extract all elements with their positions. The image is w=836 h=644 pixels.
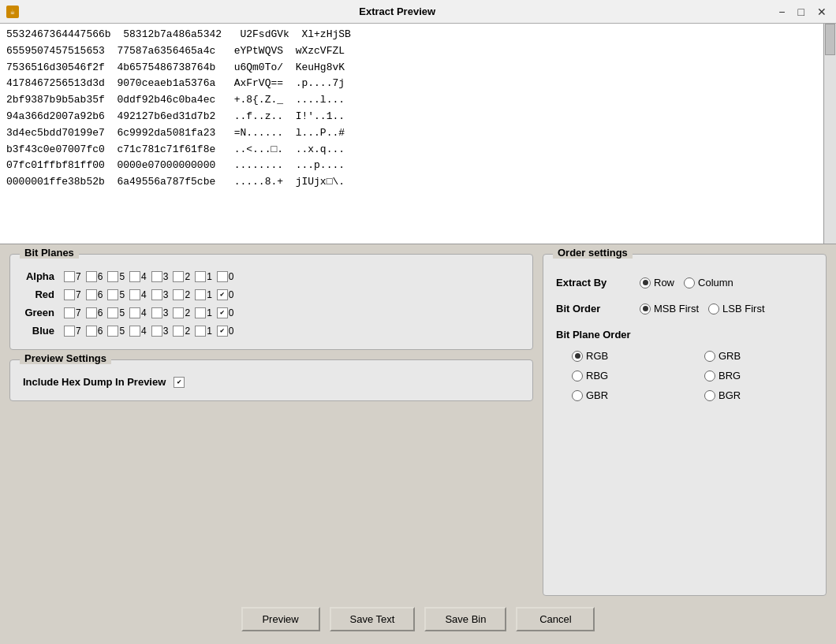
bit-checkbox-blue-5[interactable] bbox=[107, 326, 118, 337]
window-controls: − □ ✕ bbox=[775, 6, 830, 18]
bit-checkbox-green-6[interactable] bbox=[86, 307, 97, 318]
bit-checkbox-red-6[interactable] bbox=[86, 289, 97, 300]
bit-cell: 6 bbox=[86, 326, 103, 337]
bit-cell: 4 bbox=[129, 271, 147, 282]
radio-circle bbox=[572, 351, 583, 362]
bit-checkbox-alpha-0[interactable] bbox=[217, 271, 228, 282]
scrollbar-thumb[interactable] bbox=[825, 24, 835, 55]
bpo-option[interactable]: GBR bbox=[572, 389, 681, 401]
bit-checkbox-red-1[interactable] bbox=[195, 289, 206, 300]
bit-planes-group: Bit Planes Alpha76543210Red76543210Green… bbox=[9, 254, 533, 350]
bit-cell: 0 bbox=[217, 307, 234, 318]
radio-label: BGR bbox=[718, 389, 741, 401]
extract-by-group: RowColumn bbox=[640, 277, 733, 288]
preview-area: 5532467364447566b 58312b7a486a5342 U2Fsd… bbox=[0, 24, 836, 244]
bit-checkbox-blue-6[interactable] bbox=[86, 326, 97, 337]
bit-order-option[interactable]: LSB First bbox=[708, 303, 764, 315]
bit-checkbox-green-3[interactable] bbox=[151, 307, 162, 318]
bit-checkbox-alpha-1[interactable] bbox=[195, 271, 206, 282]
bit-checkbox-green-1[interactable] bbox=[195, 307, 206, 318]
hex-dump-label: Include Hex Dump In Preview bbox=[23, 376, 166, 388]
restore-button[interactable]: □ bbox=[795, 6, 808, 18]
bit-checkbox-red-7[interactable] bbox=[64, 289, 75, 300]
preview-button[interactable]: Preview bbox=[241, 607, 320, 631]
bit-cell: 5 bbox=[107, 307, 125, 318]
bpo-option[interactable]: BGR bbox=[704, 389, 813, 401]
title-bar: ☕ Extract Preview − □ ✕ bbox=[0, 0, 836, 24]
bit-label: 1 bbox=[207, 271, 212, 282]
bit-cell: 2 bbox=[173, 307, 190, 318]
bit-label: 3 bbox=[163, 289, 169, 300]
bit-cell: 0 bbox=[217, 326, 234, 337]
bit-checkbox-blue-0[interactable] bbox=[217, 326, 228, 337]
radio-label: LSB First bbox=[722, 303, 764, 315]
save-bin-button[interactable]: Save Bin bbox=[424, 607, 506, 631]
bit-row-label-green: Green bbox=[23, 307, 62, 318]
bit-checkbox-green-5[interactable] bbox=[107, 307, 118, 318]
bit-checkbox-alpha-3[interactable] bbox=[151, 271, 162, 282]
bit-label: 5 bbox=[119, 307, 125, 318]
bit-checkbox-red-4[interactable] bbox=[129, 289, 140, 300]
bit-checkbox-red-0[interactable] bbox=[217, 289, 228, 300]
bpo-option[interactable]: BRG bbox=[704, 370, 813, 382]
extract-by-option[interactable]: Column bbox=[684, 277, 733, 288]
bit-label: 5 bbox=[119, 326, 125, 337]
bit-checkbox-alpha-5[interactable] bbox=[107, 271, 118, 282]
extract-by-option[interactable]: Row bbox=[640, 277, 674, 288]
bit-cell: 4 bbox=[129, 326, 147, 337]
bit-checkbox-red-2[interactable] bbox=[173, 289, 184, 300]
bit-label: 2 bbox=[185, 271, 190, 282]
preview-text: 5532467364447566b 58312b7a486a5342 U2Fsd… bbox=[6, 27, 830, 191]
bit-plane-order-section: Bit Plane Order RGBGRBRBGBRGGBRBGR bbox=[556, 329, 813, 401]
hex-dump-row: Include Hex Dump In Preview bbox=[23, 376, 520, 388]
bit-checkbox-red-5[interactable] bbox=[107, 289, 118, 300]
bit-label: 6 bbox=[98, 271, 103, 282]
bit-label: 4 bbox=[141, 289, 147, 300]
bit-checkbox-red-3[interactable] bbox=[151, 289, 162, 300]
radio-label: GBR bbox=[586, 389, 608, 401]
bit-cell: 2 bbox=[173, 326, 190, 337]
bit-checkbox-green-0[interactable] bbox=[217, 307, 228, 318]
bit-checkbox-blue-2[interactable] bbox=[173, 326, 184, 337]
bit-label: 6 bbox=[98, 289, 103, 300]
bit-cell: 3 bbox=[151, 307, 169, 318]
bit-label: 2 bbox=[185, 289, 190, 300]
bit-row-red: Red76543210 bbox=[23, 288, 520, 300]
bit-checkbox-alpha-2[interactable] bbox=[173, 271, 184, 282]
minimize-button[interactable]: − bbox=[775, 6, 788, 18]
bit-checkbox-green-2[interactable] bbox=[173, 307, 184, 318]
radio-circle bbox=[704, 351, 715, 362]
bpo-option[interactable]: RGB bbox=[572, 350, 681, 362]
app-icon: ☕ bbox=[6, 6, 19, 18]
bit-checkbox-blue-1[interactable] bbox=[195, 326, 206, 337]
bit-label: 1 bbox=[207, 326, 212, 337]
bit-checkbox-alpha-7[interactable] bbox=[64, 271, 75, 282]
bit-checkbox-blue-3[interactable] bbox=[151, 326, 162, 337]
radio-label: RBG bbox=[586, 370, 608, 382]
bit-cell: 6 bbox=[86, 289, 103, 300]
save-text-button[interactable]: Save Text bbox=[330, 607, 416, 631]
bit-order-option[interactable]: MSB First bbox=[640, 303, 699, 315]
bit-checkbox-alpha-4[interactable] bbox=[129, 271, 140, 282]
bit-cell: 3 bbox=[151, 271, 169, 282]
radio-circle bbox=[640, 277, 651, 288]
preview-scrollbar[interactable] bbox=[823, 24, 836, 244]
bit-planes-title: Bit Planes bbox=[20, 247, 79, 259]
bpo-option[interactable]: GRB bbox=[704, 350, 813, 362]
bit-cell: 2 bbox=[173, 289, 190, 300]
bit-cell: 2 bbox=[173, 271, 190, 282]
bit-checkbox-green-4[interactable] bbox=[129, 307, 140, 318]
extract-by-row: Extract By RowColumn bbox=[556, 277, 813, 288]
bit-checkbox-alpha-6[interactable] bbox=[86, 271, 97, 282]
hex-dump-checkbox[interactable] bbox=[174, 377, 185, 388]
bit-order-row: Bit Order MSB FirstLSB First bbox=[556, 303, 813, 315]
bit-checkbox-blue-4[interactable] bbox=[129, 326, 140, 337]
bpo-option[interactable]: RBG bbox=[572, 370, 681, 382]
close-button[interactable]: ✕ bbox=[814, 6, 830, 18]
radio-circle bbox=[704, 390, 715, 401]
cancel-button[interactable]: Cancel bbox=[516, 607, 595, 631]
radio-circle bbox=[708, 303, 719, 315]
bit-checkbox-blue-7[interactable] bbox=[64, 326, 75, 337]
bit-row-alpha: Alpha76543210 bbox=[23, 270, 520, 282]
bit-checkbox-green-7[interactable] bbox=[64, 307, 75, 318]
